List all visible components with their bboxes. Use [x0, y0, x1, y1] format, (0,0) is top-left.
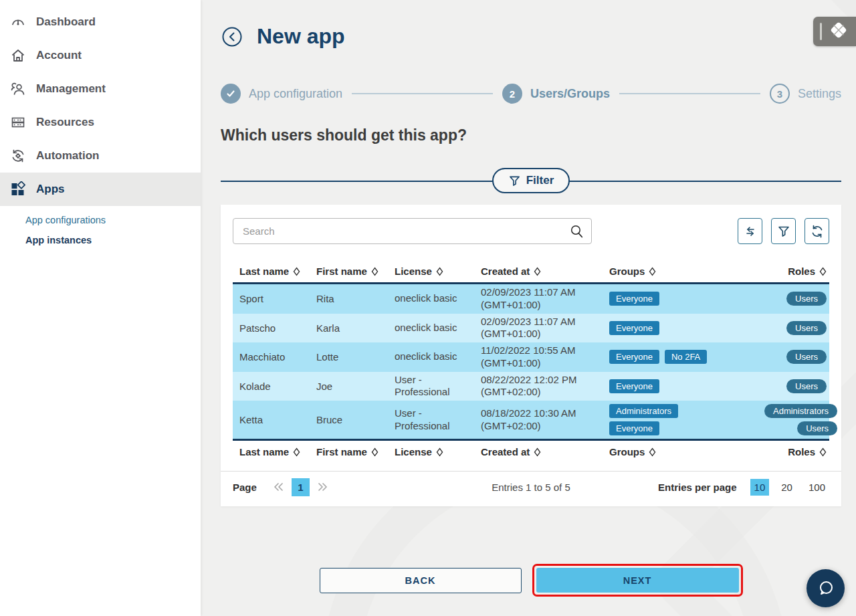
col-groups[interactable]: Groups [609, 266, 764, 277]
col-first-name[interactable]: First name [316, 266, 395, 277]
group-badge: Everyone [609, 292, 659, 306]
sidebar-item-label: Automation [36, 149, 99, 163]
cell-roles: Users [764, 350, 829, 364]
cell-groups: Everyone [609, 321, 764, 335]
filter-button-label: Filter [526, 174, 554, 187]
group-badge: No 2FA [665, 350, 707, 364]
wizard-actions: BACK NEXT [221, 564, 841, 597]
table-row[interactable]: Sport Rita oneclick basic 02/09/2023 11:… [233, 284, 829, 314]
col-roles[interactable]: Roles [764, 446, 829, 457]
server-icon [9, 114, 27, 131]
sidebar-item-apps[interactable]: Apps [0, 173, 201, 206]
step2-label: Users/Groups [530, 87, 610, 101]
step1-check-circle[interactable] [221, 84, 241, 104]
col-groups[interactable]: Groups [609, 446, 764, 457]
sidebar-item-automation[interactable]: Automation [0, 139, 201, 173]
refresh-button[interactable] [805, 218, 829, 244]
per-page-option-20[interactable]: 20 [777, 479, 796, 496]
group-badge: Everyone [609, 321, 659, 335]
cell-groups: AdministratorsEveryone [609, 401, 764, 439]
sidebar-apps-submenu: App configurations App instances [0, 206, 201, 250]
cell-created-at: 08/18/2022 10:30 AM(GMT+02:00) [481, 405, 609, 435]
filter-button[interactable]: Filter [492, 168, 570, 193]
col-last-name[interactable]: Last name [233, 266, 316, 277]
cell-last-name: Macchiato [233, 351, 316, 363]
sidebar-item-management[interactable]: Management [0, 72, 201, 106]
back-circle-button[interactable] [221, 25, 243, 48]
cell-created-at: 02/09/2023 11:07 AM(GMT+01:00) [481, 284, 609, 314]
funnel-icon [777, 225, 790, 238]
table-header-row: Last name First name License Created at … [233, 260, 829, 284]
filter-table-button[interactable] [771, 218, 796, 244]
entries-per-page-label: Entries per page [658, 482, 737, 493]
refresh-icon [810, 224, 825, 239]
sidebar-subitem-app-instances[interactable]: App instances [25, 230, 201, 250]
sort-diamond-icon [371, 267, 379, 276]
col-roles[interactable]: Roles [764, 266, 829, 277]
cell-license: oneclick basic [395, 290, 481, 307]
cell-groups: Everyone [609, 379, 764, 393]
pagination-bar: Page 1 Entries 1 to 5 of 5 Entries per p… [233, 472, 829, 502]
sort-diamond-icon [819, 447, 827, 457]
swap-columns-button[interactable] [738, 218, 762, 244]
home-icon [9, 47, 27, 64]
cell-roles: AdministratorsUsers [764, 401, 840, 439]
table-row[interactable]: Patscho Karla oneclick basic 02/09/2023 … [233, 314, 829, 343]
step3-circle[interactable]: 3 [770, 84, 790, 104]
cell-license: User - Professional [395, 372, 481, 401]
col-last-name[interactable]: Last name [233, 446, 316, 457]
group-badge: Everyone [609, 379, 659, 393]
cell-first-name: Lotte [316, 351, 395, 363]
chat-bubble-icon [815, 577, 837, 600]
page-question-heading: Which users should get this app? [221, 126, 841, 144]
col-first-name[interactable]: First name [316, 446, 395, 457]
cell-last-name: Kolade [233, 381, 316, 392]
next-button-highlight: NEXT [532, 564, 743, 597]
group-badge: Administrators [609, 404, 678, 418]
next-button[interactable]: NEXT [536, 568, 739, 593]
filter-divider: Filter [221, 169, 841, 193]
side-panel-toggle-button[interactable] [813, 17, 856, 46]
chat-launcher-button[interactable] [807, 569, 845, 607]
per-page-option-10[interactable]: 10 [750, 479, 770, 496]
sidebar-item-account[interactable]: Account [0, 39, 201, 72]
step3-label: Settings [798, 87, 841, 101]
check-icon [225, 88, 236, 99]
role-badge: Users [786, 379, 827, 393]
cell-last-name: Sport [233, 293, 316, 304]
search-input[interactable] [233, 218, 592, 244]
sidebar-item-resources[interactable]: Resources [0, 106, 201, 139]
per-page-option-100[interactable]: 100 [805, 479, 829, 496]
table-footer-header-row: Last name First name License Created at … [233, 439, 829, 463]
cell-roles: Users [764, 379, 829, 393]
cell-roles: Users [764, 292, 829, 306]
col-created-at[interactable]: Created at [481, 266, 609, 277]
col-license[interactable]: License [395, 446, 481, 457]
sidebar-item-label: Account [36, 49, 82, 62]
role-badge: Users [786, 321, 827, 335]
cell-created-at: 11/02/2022 10:55 AM(GMT+01:00) [481, 342, 609, 372]
cell-license: User - Professional [395, 405, 481, 435]
sidebar-item-dashboard[interactable]: Dashboard [0, 5, 201, 39]
search-wrap [233, 218, 592, 244]
table-row[interactable]: Macchiato Lotte oneclick basic 11/02/202… [233, 342, 829, 372]
sort-diamond-icon [371, 447, 379, 457]
back-button[interactable]: BACK [320, 568, 522, 593]
sidebar-subitem-app-configurations[interactable]: App configurations [25, 210, 201, 230]
table-row[interactable]: Kolade Joe User - Professional 08/22/202… [233, 372, 829, 401]
page-title: New app [257, 24, 345, 49]
sidebar-item-label: Management [36, 82, 106, 96]
col-license[interactable]: License [395, 266, 481, 277]
role-badge: Users [797, 421, 837, 435]
cell-first-name: Karla [316, 322, 395, 334]
role-badge: Users [786, 350, 827, 364]
cell-last-name: Patscho [233, 322, 316, 334]
cell-created-at: 02/09/2023 11:07 AM(GMT+01:00) [481, 314, 609, 343]
sort-diamond-icon [819, 267, 827, 276]
table-row[interactable]: Ketta Bruce User - Professional 08/18/20… [233, 401, 829, 439]
sort-diamond-icon [534, 447, 541, 457]
col-created-at[interactable]: Created at [481, 446, 609, 457]
cell-groups: Everyone [609, 292, 764, 306]
step2-circle[interactable]: 2 [502, 84, 522, 104]
sort-diamond-icon [436, 267, 443, 276]
